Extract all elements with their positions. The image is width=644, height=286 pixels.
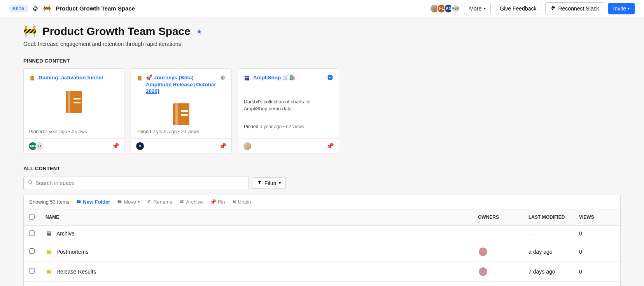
filter-button[interactable]: Filter ▾: [252, 177, 286, 189]
row-name: Release Results: [56, 269, 96, 275]
pinned-card-avatars[interactable]: [243, 142, 252, 150]
pin-icon[interactable]: 📌: [112, 142, 119, 150]
more-button[interactable]: More ▾: [464, 3, 491, 14]
new-folder-button[interactable]: New Folder: [76, 199, 110, 205]
breadcrumb-emoji: 🚧: [43, 5, 51, 12]
row-checkbox[interactable]: [29, 248, 35, 254]
folder-move-icon: [117, 199, 122, 205]
topbar-right: FL KN +83 More ▾ Give Feedback Reconnect…: [430, 2, 635, 14]
unpin-icon: ✖: [232, 199, 236, 205]
search-box[interactable]: [23, 176, 249, 190]
row-views: 0: [579, 269, 582, 275]
pinned-card-avatars[interactable]: S: [136, 142, 144, 150]
col-name[interactable]: NAME: [40, 209, 472, 226]
page-goal: Goal: Increase engagement and retention …: [23, 41, 621, 47]
dashboard-icon: [244, 75, 250, 82]
move-button[interactable]: Move ▾: [117, 199, 140, 205]
svg-rect-16: [181, 114, 188, 116]
folder-icon: [76, 199, 81, 205]
svg-rect-7: [74, 102, 80, 103]
svg-rect-20: [247, 78, 249, 80]
notebook-icon: [136, 75, 143, 82]
svg-rect-9: [139, 76, 139, 80]
search-input[interactable]: [35, 180, 245, 186]
chevron-down-icon: ▾: [484, 6, 486, 10]
col-owners[interactable]: OWNERS: [472, 209, 523, 226]
invite-button[interactable]: Invite ▾: [608, 3, 635, 14]
svg-rect-17: [245, 76, 247, 77]
svg-rect-19: [245, 78, 247, 80]
reconnect-slack-button[interactable]: Reconnect Slack: [545, 2, 604, 14]
filter-icon: [257, 180, 262, 186]
invite-label: Invite: [613, 5, 626, 12]
verified-icon: [327, 74, 333, 82]
feedback-label: Give Feedback: [500, 5, 536, 12]
row-owners: [478, 247, 518, 257]
svg-rect-15: [181, 110, 188, 112]
content-table: Showing 53 Items New Folder Move ▾ Renam…: [23, 195, 621, 286]
member-avatar-stack[interactable]: FL KN +83: [430, 4, 460, 13]
chevron-down-icon: ▾: [279, 181, 281, 185]
col-select: [24, 209, 40, 226]
col-modified[interactable]: LAST MODIFIED: [523, 209, 574, 226]
svg-rect-11: [140, 78, 141, 78]
table-row[interactable]: Postmortemsa day ago0: [24, 242, 620, 262]
avatar-more: +1: [35, 142, 44, 150]
pinned-card-hero: [136, 103, 226, 125]
pinned-card-desc: Darshil's collection of charts for Ampli…: [244, 99, 333, 112]
pinned-cards-row: Gaming: activation funnel Pinned a year …: [23, 68, 621, 154]
pinned-card-title[interactable]: Gaming: activation funnel: [38, 74, 119, 81]
row-views: 0: [579, 249, 582, 255]
svg-rect-6: [74, 98, 80, 99]
rename-button[interactable]: Rename: [147, 199, 172, 205]
avatar: [243, 142, 252, 150]
svg-rect-3: [33, 78, 34, 78]
pinned-card-avatars[interactable]: MH +1: [28, 142, 44, 150]
pin-button[interactable]: 📌 Pin: [210, 199, 225, 205]
archive-button[interactable]: Archive: [179, 199, 203, 205]
unpin-button[interactable]: ✖ Unpin: [232, 199, 251, 205]
table-row[interactable]: Product & Marketing KPIs Ia year ago13: [24, 281, 620, 286]
notebook-icon: [29, 75, 35, 82]
table-row[interactable]: Archive—0: [24, 225, 620, 242]
pinned-card-title[interactable]: 🚀 Journeys (Beta) Amplitude Release [Oct…: [146, 74, 217, 95]
topbar-left: BETA 🚧 Product Growth Team Space: [9, 5, 135, 12]
sync-icon[interactable]: [32, 5, 38, 12]
feedback-button[interactable]: Give Feedback: [495, 3, 541, 14]
pinned-card-meta: Pinned a year ago • 62 views: [244, 124, 333, 129]
pin-icon[interactable]: 📌: [326, 142, 334, 150]
row-modified: a day ago: [528, 249, 553, 255]
table-row[interactable]: Release Results7 days ago0: [24, 262, 620, 281]
archive-icon: [179, 199, 184, 205]
svg-rect-5: [68, 91, 70, 113]
pin-icon[interactable]: 📌: [219, 142, 227, 150]
pinned-card[interactable]: 🚀 Journeys (Beta) Amplitude Release [Oct…: [131, 68, 232, 154]
breadcrumb-title[interactable]: Product Growth Team Space: [56, 5, 135, 12]
pinned-card[interactable]: AmpliShop 🛒🛍️ Darshil's collection of ch…: [238, 68, 339, 154]
svg-rect-18: [247, 76, 249, 77]
content-list-table: NAME OWNERS LAST MODIFIED VIEWS Archive—…: [24, 209, 620, 286]
pinned-card-title[interactable]: AmpliShop 🛒🛍️: [253, 74, 322, 81]
avatar: S: [136, 142, 144, 150]
pinned-card-meta: Pinned 2 years ago • 20 views: [136, 129, 226, 134]
all-content-label: ALL CONTENT: [23, 166, 621, 171]
beta-badge: BETA: [9, 5, 28, 12]
col-views[interactable]: VIEWS: [574, 209, 620, 226]
more-label: More: [469, 5, 481, 12]
search-icon: [28, 180, 33, 186]
topbar: BETA 🚧 Product Growth Team Space FL KN +…: [0, 0, 644, 17]
row-checkbox[interactable]: [29, 268, 35, 274]
svg-rect-10: [140, 77, 141, 77]
svg-rect-14: [175, 103, 178, 125]
select-all-checkbox[interactable]: [29, 214, 35, 220]
pinned-card-hero: [29, 91, 119, 113]
external-link-icon: [220, 75, 226, 82]
member-avatar-more[interactable]: +83: [451, 4, 460, 13]
row-checkbox[interactable]: [29, 230, 35, 236]
pinned-card[interactable]: Gaming: activation funnel Pinned a year …: [23, 68, 124, 154]
row-modified: —: [528, 230, 534, 237]
star-icon[interactable]: ★: [196, 27, 202, 36]
row-name: Archive: [56, 230, 75, 237]
pinned-section-label: PINNED CONTENT: [23, 58, 621, 64]
page-header: 🚧 Product Growth Team Space ★: [23, 25, 621, 38]
